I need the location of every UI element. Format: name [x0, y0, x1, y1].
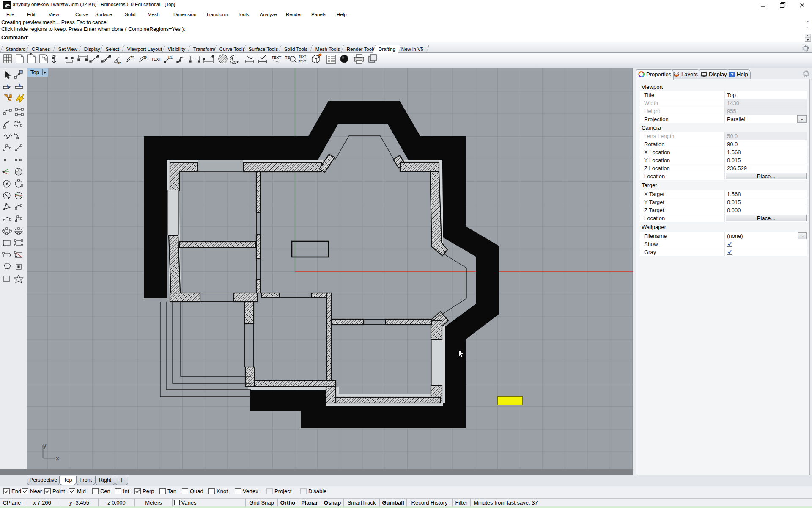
svg-text:y: y — [43, 443, 47, 449]
svg-text:?: ? — [731, 72, 734, 77]
svg-text:[2]: [2] — [168, 55, 172, 59]
svg-text:TEXT: TEXT — [299, 60, 307, 63]
svg-text:TE: TE — [285, 55, 290, 60]
svg-text:Ø: Ø — [144, 55, 147, 60]
svg-text:TEXT: TEXT — [299, 55, 307, 58]
svg-text:TEXT: TEXT — [151, 57, 162, 61]
svg-text:TEXT: TEXT — [272, 55, 282, 60]
svg-text:45: 45 — [118, 61, 121, 65]
svg-text:R: R — [131, 55, 134, 59]
svg-text:x: x — [56, 456, 59, 462]
